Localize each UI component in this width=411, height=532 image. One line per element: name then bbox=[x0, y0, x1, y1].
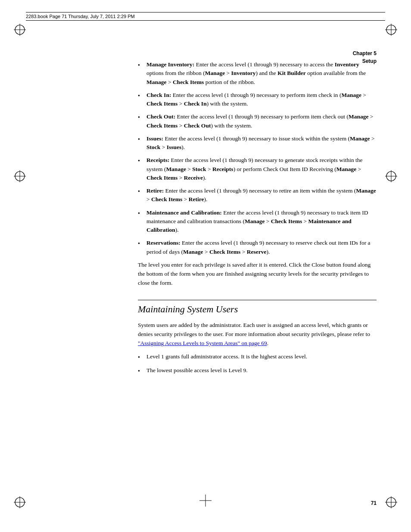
list-item-text: Level 1 grants full administrator access… bbox=[146, 352, 377, 361]
list-item-text: Reservations: Enter the access level (1 … bbox=[146, 239, 377, 256]
section-intro: System users are added by the administra… bbox=[138, 321, 377, 348]
chapter-label: Chapter 5 bbox=[353, 50, 377, 57]
bullet-icon: • bbox=[138, 113, 145, 122]
list-item: • Check Out: Enter the access level (1 t… bbox=[138, 112, 377, 130]
list-item: • Check In: Enter the access level (1 th… bbox=[138, 91, 377, 109]
list-item-text: Manage Inventory: Enter the access level… bbox=[146, 60, 377, 87]
list-item: • Receipts: Enter the access level (1 th… bbox=[138, 156, 377, 182]
main-content: • Manage Inventory: Enter the access lev… bbox=[138, 60, 377, 380]
bottom-crosshair bbox=[199, 495, 212, 508]
bullet-icon: • bbox=[138, 239, 145, 248]
bullet-icon: • bbox=[138, 209, 145, 218]
reg-mark-mr bbox=[385, 170, 397, 182]
header-bar: 2283.book Page 71 Thursday, July 7, 2011… bbox=[26, 12, 385, 21]
section-intro-end: . bbox=[267, 340, 268, 346]
bullet-icon: • bbox=[138, 156, 145, 165]
list-item: • Retire: Enter the access level (1 thro… bbox=[138, 187, 377, 204]
list-item: • Maintenance and Calibration: Enter the… bbox=[138, 208, 377, 235]
bullet-icon: • bbox=[138, 353, 145, 362]
list-item: • The lowest possible access level is Le… bbox=[138, 366, 377, 376]
reg-mark-br bbox=[385, 496, 397, 508]
section-intro-text: System users are added by the administra… bbox=[138, 322, 370, 337]
bullet-icon: • bbox=[138, 135, 145, 144]
list-item: • Manage Inventory: Enter the access lev… bbox=[138, 60, 377, 87]
list-item-text: Check Out: Enter the access level (1 thr… bbox=[146, 112, 377, 130]
list-item: • Issues: Enter the access level (1 thro… bbox=[138, 134, 377, 152]
page-number: 71 bbox=[371, 500, 377, 506]
section-title: Maintaining System Users bbox=[138, 304, 377, 315]
book-info: 2283.book Page 71 Thursday, July 7, 2011… bbox=[26, 14, 135, 19]
bullet-icon: • bbox=[138, 91, 145, 100]
list-item-text: Check In: Enter the access level (1 thro… bbox=[146, 91, 377, 109]
bullet-icon: • bbox=[138, 61, 145, 70]
closing-paragraph: The level you enter for each privilege i… bbox=[138, 261, 377, 288]
reg-mark-ml bbox=[14, 170, 26, 182]
bullet-list: • Manage Inventory: Enter the access lev… bbox=[138, 60, 377, 256]
list-item: • Level 1 grants full administrator acce… bbox=[138, 352, 377, 362]
list-item-text: Issues: Enter the access level (1 throug… bbox=[146, 134, 377, 152]
list-item-text: The lowest possible access level is Leve… bbox=[146, 366, 377, 375]
list-item: • Reservations: Enter the access level (… bbox=[138, 239, 377, 256]
reg-mark-bl bbox=[14, 496, 26, 508]
reg-mark-tr bbox=[385, 24, 397, 36]
section-link[interactable]: "Assigning Access Levels to System Areas… bbox=[138, 340, 267, 346]
list-item-text: Retire: Enter the access level (1 throug… bbox=[146, 187, 377, 204]
list-item-text: Receipts: Enter the access level (1 thro… bbox=[146, 156, 377, 182]
reg-mark-tl bbox=[14, 24, 26, 36]
page: 2283.book Page 71 Thursday, July 7, 2011… bbox=[0, 0, 411, 532]
section-bullet-list: • Level 1 grants full administrator acce… bbox=[138, 352, 377, 376]
list-item-text: Maintenance and Calibration: Enter the a… bbox=[146, 208, 377, 235]
bullet-icon: • bbox=[138, 367, 145, 376]
section-divider bbox=[138, 300, 377, 300]
bullet-icon: • bbox=[138, 187, 145, 196]
